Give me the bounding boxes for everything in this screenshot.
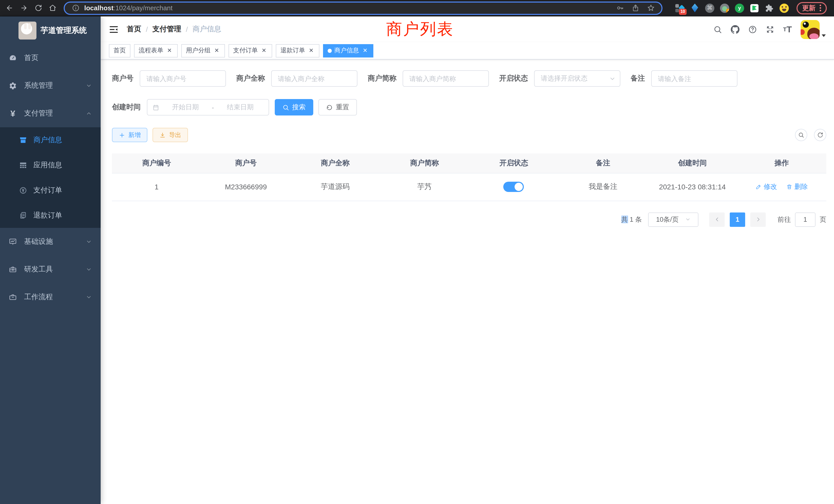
merchant-name-input[interactable] xyxy=(271,70,357,87)
sidebar: 芋道管理系统 首页 系统管理 ¥ 支付管理 商户信息 xyxy=(0,17,101,504)
browser-reload-button[interactable] xyxy=(31,1,45,15)
trash-icon xyxy=(786,184,792,190)
close-icon[interactable]: ✕ xyxy=(166,47,173,54)
browser-home-button[interactable] xyxy=(45,1,60,15)
prev-page-button[interactable] xyxy=(709,212,725,227)
url-text[interactable]: localhost:1024/pay/merchant xyxy=(84,4,173,12)
tab-refund-order[interactable]: 退款订单✕ xyxy=(276,44,320,57)
bookmark-star-icon[interactable] xyxy=(646,3,655,13)
sidebar-item-label: 研发工具 xyxy=(24,265,53,274)
close-icon[interactable]: ✕ xyxy=(361,47,369,54)
main-area: 首页 / 支付管理 / 商户信息 TT xyxy=(101,17,834,504)
page-size-select[interactable]: 10条/页 xyxy=(648,212,698,227)
add-button[interactable]: 新增 xyxy=(112,128,147,142)
browser-profile-icon[interactable]: 1 xyxy=(720,3,729,13)
url-host: localhost xyxy=(84,4,113,12)
sidebar-item-pay-order[interactable]: 支付订单 xyxy=(0,178,101,203)
col-merchant-id: 商户编号 xyxy=(112,154,201,173)
sidebar-item-app-info[interactable]: 应用信息 xyxy=(0,153,101,178)
tab-label: 退款订单 xyxy=(280,46,305,55)
extension-kite-icon[interactable] xyxy=(690,3,699,13)
status-select[interactable]: 请选择开启状态 xyxy=(534,70,620,87)
sidebar-item-system[interactable]: 系统管理 xyxy=(0,72,101,99)
tab-user-group[interactable]: 用户分组✕ xyxy=(181,44,225,57)
toolbox-icon xyxy=(9,265,17,274)
sidebar-fold-icon[interactable] xyxy=(109,24,118,34)
edit-link[interactable]: 修改 xyxy=(755,182,777,191)
share-icon[interactable] xyxy=(631,3,640,13)
address-bar[interactable]: localhost:1024/pay/merchant xyxy=(64,1,662,15)
sidebar-item-pay[interactable]: ¥ 支付管理 xyxy=(0,99,101,127)
tab-label: 流程表单 xyxy=(139,46,163,55)
sidebar-item-merchant-info[interactable]: 商户信息 xyxy=(0,127,101,153)
toggle-search-button[interactable] xyxy=(795,129,807,141)
browser-update-button[interactable]: 更新 xyxy=(796,2,827,14)
export-button[interactable]: 导出 xyxy=(153,128,188,142)
status-placeholder: 请选择开启状态 xyxy=(541,74,609,83)
help-icon[interactable] xyxy=(748,25,757,33)
sidebar-item-workflow[interactable]: 工作流程 xyxy=(0,283,101,311)
close-icon[interactable]: ✕ xyxy=(260,47,267,54)
goto-page-input[interactable] xyxy=(795,212,815,227)
page-content: 商户号 商户全称 商户简称 开启状态 请选择开启状态 xyxy=(101,60,834,504)
sidebar-item-refund-order[interactable]: 退款订单 xyxy=(0,203,101,228)
sidebar-item-label: 商户信息 xyxy=(34,135,62,144)
header-search-icon[interactable] xyxy=(713,25,722,33)
breadcrumb-home[interactable]: 首页 xyxy=(127,25,141,34)
tab-merchant-info[interactable]: 商户信息✕ xyxy=(323,44,373,57)
extension-command-icon[interactable]: ⌘ xyxy=(705,3,714,13)
extension-doc-icon[interactable] xyxy=(750,3,759,13)
close-icon[interactable]: ✕ xyxy=(213,47,220,54)
date-start-placeholder: 开始日期 xyxy=(162,102,209,112)
page-number-button[interactable]: 1 xyxy=(730,212,745,227)
sidebar-item-home[interactable]: 首页 xyxy=(0,44,101,72)
arrow-left-icon xyxy=(5,4,13,12)
create-time-range-picker[interactable]: 开始日期 - 结束日期 xyxy=(147,99,269,115)
date-end-placeholder: 结束日期 xyxy=(217,102,263,112)
sidebar-item-infra[interactable]: 基础设施 xyxy=(0,228,101,256)
extensions-puzzle-icon[interactable] xyxy=(765,3,774,13)
tab-home[interactable]: 首页 xyxy=(109,44,130,57)
browser-menu-icon[interactable] xyxy=(820,5,821,11)
remark-input[interactable] xyxy=(651,70,738,87)
extension-y-icon[interactable]: y xyxy=(735,3,744,13)
sidebar-item-devtools[interactable]: 研发工具 xyxy=(0,256,101,283)
reset-button[interactable]: 重置 xyxy=(319,99,357,115)
chevron-right-icon xyxy=(755,216,761,222)
chevron-down-icon xyxy=(86,83,92,89)
app-root: localhost:1024/pay/merchant 10 ⌘ 1 y xyxy=(0,0,834,504)
password-key-icon[interactable] xyxy=(615,3,624,13)
delete-link[interactable]: 删除 xyxy=(786,182,808,191)
col-create-time: 创建时间 xyxy=(648,154,737,173)
tab-pay-order[interactable]: 支付订单✕ xyxy=(228,44,272,57)
breadcrumb-pay[interactable]: 支付管理 xyxy=(153,25,181,34)
edit-link-label: 修改 xyxy=(764,182,777,191)
total-suffix: 条 xyxy=(635,215,642,223)
chevron-down-icon xyxy=(86,239,92,245)
next-page-button[interactable] xyxy=(750,212,766,227)
home-icon xyxy=(48,4,56,12)
fullscreen-icon[interactable] xyxy=(766,25,774,33)
extension-emoji-icon[interactable] xyxy=(780,3,789,13)
sidebar-logo[interactable]: 芋道管理系统 xyxy=(0,17,101,44)
browser-forward-button[interactable] xyxy=(17,1,31,15)
user-avatar-menu[interactable] xyxy=(800,20,826,39)
github-icon[interactable] xyxy=(731,25,740,33)
site-info-icon[interactable] xyxy=(71,3,80,13)
font-size-icon[interactable]: TT xyxy=(783,25,792,33)
page-annotation: 商户列表 xyxy=(386,19,454,40)
status-toggle[interactable] xyxy=(504,182,524,192)
search-button[interactable]: 搜索 xyxy=(275,99,313,115)
tab-flow-form[interactable]: 流程表单✕ xyxy=(134,44,178,57)
close-icon[interactable]: ✕ xyxy=(308,47,315,54)
refresh-table-button[interactable] xyxy=(814,129,826,141)
extension-blocks-icon[interactable]: 10 xyxy=(675,3,684,13)
merchant-no-input[interactable] xyxy=(140,70,226,87)
avatar[interactable] xyxy=(800,20,820,39)
cell-full-name: 芋道源码 xyxy=(291,173,380,201)
cell-merchant-no: M233666999 xyxy=(201,173,291,201)
merchant-name-label: 商户全称 xyxy=(236,74,271,83)
merchant-short-input[interactable] xyxy=(403,70,489,87)
browser-back-button[interactable] xyxy=(2,1,17,15)
cell-status xyxy=(469,173,558,201)
